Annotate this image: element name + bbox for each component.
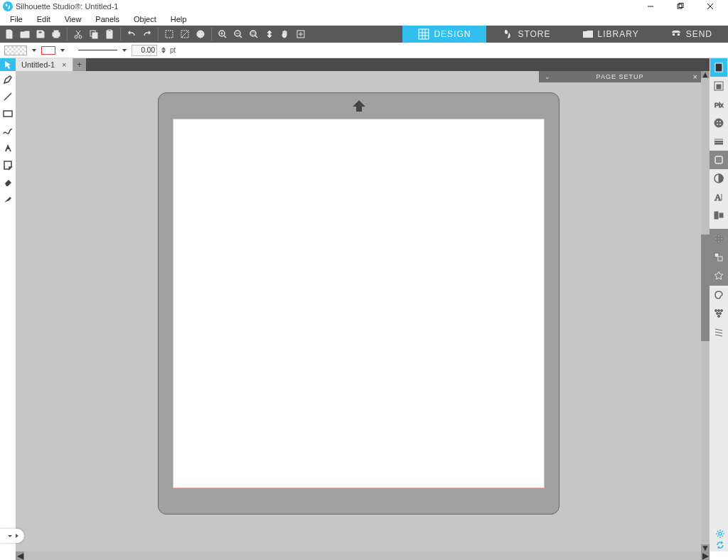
menu-help[interactable]: Help [164,15,194,23]
zoom-in-button[interactable] [215,26,230,42]
note-tool[interactable] [0,156,16,173]
nav-design[interactable]: DESIGN [402,26,486,43]
menu-view[interactable]: View [58,15,89,23]
new-file-button[interactable] [1,26,17,42]
svg-text:Pix: Pix [714,102,724,109]
left-toolbar [0,71,16,551]
menu-panels[interactable]: Panels [88,15,127,23]
menu-edit[interactable]: Edit [30,15,58,23]
fill-swatch[interactable] [4,45,27,55]
freehand-tool[interactable] [0,122,16,139]
fill-dropdown-icon[interactable] [32,49,36,52]
horizontal-scrollbar[interactable]: ◀ ▶ [16,551,710,560]
grid-icon [418,28,429,40]
page-setup-panel-header[interactable]: ⌄ PAGE SETUP × [539,71,701,82]
line-weight-unit: pt [170,46,176,54]
sync-icon[interactable] [715,540,725,550]
svg-rect-2 [679,4,683,8]
menubar: File Edit View Panels Object Help [0,13,728,26]
maximize-button[interactable] [665,0,695,13]
svg-point-49 [719,124,722,126]
fit-page-button[interactable] [262,26,277,42]
nav-send[interactable]: SEND [655,26,728,43]
preferences-icon[interactable] [715,529,725,539]
line-tool[interactable] [0,88,16,105]
text-tool[interactable] [0,139,16,156]
window-title: Silhouette Studio®: Untitled-1 [16,2,636,11]
line-weight-stepper[interactable] [161,47,166,53]
deselect-button[interactable] [177,26,193,42]
replicate-button[interactable] [710,248,727,266]
pan-button[interactable] [277,26,293,42]
svg-point-10 [79,36,82,38]
modify-button[interactable] [710,266,727,285]
nav-library[interactable]: LIBRARY [567,26,655,43]
cutting-mat [158,92,560,515]
zoom-out-button[interactable] [230,26,246,42]
edit-points-tool[interactable] [0,71,16,88]
close-button[interactable] [695,0,725,13]
line-color-dropdown-icon[interactable] [60,49,65,52]
contrast-button[interactable] [710,169,727,188]
svg-rect-54 [715,156,722,163]
svg-point-19 [198,32,200,33]
svg-point-65 [717,313,719,315]
select-tool-button[interactable] [0,58,16,71]
fill-panel-button[interactable] [710,114,727,132]
redo-button[interactable] [139,26,155,42]
cut-button[interactable] [70,26,86,42]
menu-object[interactable]: Object [127,15,164,23]
svg-rect-8 [54,36,58,38]
copy-button[interactable] [86,26,102,42]
knife-tool[interactable] [0,190,16,208]
panel-title: PAGE SETUP [539,73,701,80]
paste-button[interactable] [102,26,117,42]
download-indicator[interactable] [0,529,24,543]
transform-button[interactable] [710,230,727,248]
svg-point-29 [250,31,256,36]
undo-button[interactable] [124,26,139,42]
sticker-button[interactable] [710,286,727,304]
svg-rect-35 [419,29,429,39]
canvas-workspace[interactable] [16,71,710,551]
trace-button[interactable] [710,151,728,169]
caret-right-icon [16,534,18,538]
scroll-left-icon[interactable]: ◀ [16,551,24,560]
menu-file[interactable]: File [3,15,30,23]
transform-group [710,229,728,286]
rectangle-tool[interactable] [0,105,16,122]
add-tab-button[interactable]: + [73,58,86,71]
color-picker-button[interactable] [193,26,208,42]
center-button[interactable] [293,26,309,42]
line-weight-input[interactable]: 0.00 [132,45,157,56]
line-style-preview[interactable] [78,50,117,50]
silhouette-icon [502,28,513,40]
scroll-up-icon[interactable]: ▲ [701,71,710,78]
svg-line-40 [4,93,11,100]
zoom-selection-button[interactable] [246,26,262,42]
line-color-swatch[interactable] [41,46,55,55]
save-button[interactable] [33,26,48,42]
vertical-scrollbar[interactable]: ▲ ▼ [701,71,710,551]
close-tab-icon[interactable]: × [62,60,66,69]
select-all-button[interactable] [161,26,177,42]
scroll-right-icon[interactable]: ▶ [701,551,710,560]
line-style-dropdown-icon[interactable] [122,49,127,52]
vscroll-thumb[interactable] [701,235,710,341]
print-button[interactable] [48,26,64,42]
svg-rect-12 [92,33,97,38]
rhinestone-button[interactable] [710,304,727,323]
eraser-tool[interactable] [0,173,16,190]
nav-store[interactable]: STORE [486,26,566,43]
page-setup-button[interactable] [710,58,727,77]
image-effects-button[interactable]: Pix [710,95,727,114]
text-style-button[interactable]: A [710,188,727,206]
pixscan-button[interactable] [710,77,727,95]
open-file-button[interactable] [17,26,33,42]
align-button[interactable] [710,206,727,225]
sketch-button[interactable] [710,323,727,341]
document-tabstrip: Untitled-1 × + [0,58,728,71]
line-style-button[interactable] [710,132,727,151]
minimize-button[interactable] [636,0,665,13]
document-tab[interactable]: Untitled-1 × [16,58,73,71]
